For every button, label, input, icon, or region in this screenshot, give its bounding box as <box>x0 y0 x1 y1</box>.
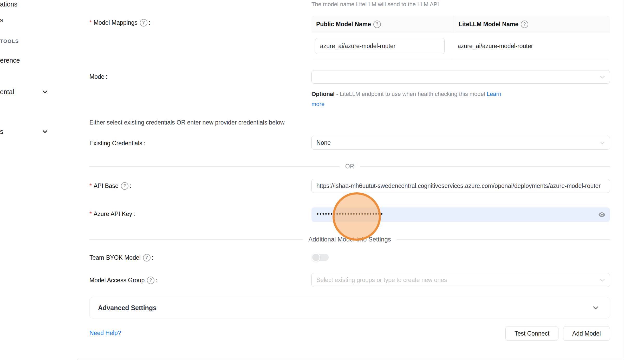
label-colon: : <box>106 73 107 81</box>
sidebar-item-label: s <box>0 127 3 136</box>
sidebar-section-tools: TOOLS <box>0 38 19 44</box>
toggle-knob <box>311 253 320 262</box>
eye-icon[interactable] <box>598 211 606 219</box>
existing-credentials-value: None <box>316 139 331 146</box>
team-byok-toggle[interactable] <box>311 253 329 262</box>
api-base-input[interactable]: https://ishaa-mh6uutut-swedencentral.cog… <box>311 179 610 193</box>
add-model-form: The model name LiteLLM will send to the … <box>77 0 622 359</box>
chevron-down-icon <box>599 277 606 283</box>
public-model-name-input[interactable]: azure_ai/azure-model-router <box>315 38 445 54</box>
credentials-note: Either select existing credentials OR en… <box>89 119 284 126</box>
model-mappings-table: Public Model Name ? LiteLLM Model Name ?… <box>311 16 610 59</box>
model-name-helper: The model name LiteLLM will send to the … <box>311 1 439 8</box>
chevron-down-icon <box>599 74 606 80</box>
sidebar-item-s1[interactable]: s <box>0 15 48 25</box>
mode-select[interactable] <box>311 70 610 84</box>
azure-api-key-label: * Azure API Key : <box>89 210 135 218</box>
label-colon: : <box>133 210 135 218</box>
help-icon[interactable]: ? <box>143 254 151 261</box>
advanced-settings-panel[interactable]: Advanced Settings <box>89 297 610 318</box>
sidebar-item-label: erence <box>0 56 20 65</box>
litellm-model-name-value: azure_ai/azure-model-router <box>453 33 610 59</box>
advanced-settings-title: Advanced Settings <box>98 304 157 312</box>
help-icon[interactable]: ? <box>147 277 154 284</box>
label-colon: : <box>144 139 145 147</box>
sidebar-item-label: ations <box>0 0 17 9</box>
optional-label: Optional <box>311 91 335 97</box>
sidebar-item-erence[interactable]: erence <box>0 56 48 65</box>
model-access-group-placeholder: Select existing groups or type to create… <box>316 277 447 284</box>
sidebar-item-label: ental <box>0 87 14 96</box>
model-mappings-label: * Model Mappings ? : <box>89 19 150 27</box>
api-base-label: * API Base ? : <box>89 182 131 190</box>
help-icon[interactable]: ? <box>373 21 381 28</box>
column-header-litellm-model-name: LiteLLM Model Name ? <box>454 16 610 33</box>
sidebar-item-s2[interactable]: s <box>0 127 48 136</box>
required-asterisk: * <box>89 182 92 190</box>
masked-password-value: •••••••••••••••••••••••• <box>317 207 383 221</box>
required-asterisk: * <box>89 210 92 218</box>
add-model-page: ations s TOOLS erence ental s The model … <box>0 0 644 360</box>
chevron-down-icon <box>42 128 48 135</box>
mode-label: Mode : <box>89 73 107 81</box>
model-access-group-select[interactable]: Select existing groups or type to create… <box>311 273 610 287</box>
sidebar-item-label: s <box>0 15 3 25</box>
team-byok-label: Team-BYOK Model ? : <box>89 254 153 261</box>
chevron-down-icon <box>599 140 606 146</box>
chevron-down-icon <box>42 88 48 95</box>
additional-settings-divider: Additional Model Info Settings <box>89 235 610 243</box>
label-colon: : <box>152 254 153 261</box>
help-icon[interactable]: ? <box>121 182 128 190</box>
help-icon[interactable]: ? <box>521 21 528 28</box>
or-divider-text: OR <box>340 163 360 170</box>
chevron-down-icon <box>592 304 599 311</box>
need-help-link[interactable]: Need Help? <box>89 330 121 337</box>
help-icon[interactable]: ? <box>140 19 147 27</box>
azure-api-key-input[interactable]: •••••••••••••••••••••••• <box>311 207 610 222</box>
add-model-button[interactable]: Add Model <box>563 326 610 341</box>
or-divider: OR <box>89 163 610 170</box>
column-header-public-model-name: Public Model Name ? <box>311 16 454 33</box>
required-asterisk: * <box>89 19 92 27</box>
label-colon: : <box>156 276 157 284</box>
additional-settings-divider-text: Additional Model Info Settings <box>303 236 397 243</box>
existing-credentials-label: Existing Credentials : <box>89 139 145 147</box>
sidebar-item-ations[interactable]: ations <box>0 0 48 9</box>
table-row: azure_ai/azure-model-router azure_ai/azu… <box>311 33 610 59</box>
sidebar: ations s TOOLS erence ental s <box>0 0 78 360</box>
model-access-group-label: Model Access Group ? : <box>89 276 158 284</box>
test-connect-button[interactable]: Test Connect <box>505 326 558 341</box>
table-header-row: Public Model Name ? LiteLLM Model Name ? <box>311 16 610 33</box>
label-colon: : <box>149 19 150 27</box>
sidebar-item-ental[interactable]: ental <box>0 87 48 96</box>
mode-helper-text: Optional - LiteLLM endpoint to use when … <box>311 89 511 109</box>
existing-credentials-select[interactable]: None <box>311 136 610 150</box>
label-colon: : <box>130 182 131 190</box>
